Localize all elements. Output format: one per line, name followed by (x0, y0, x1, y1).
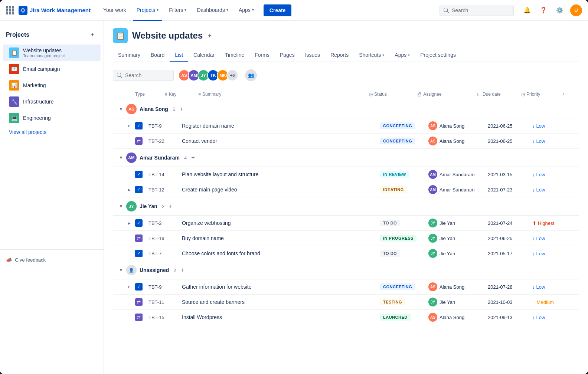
user-avatar[interactable]: U (570, 4, 582, 16)
expand-tbt9b[interactable]: ▾ (128, 285, 135, 289)
task-status-tbt9b[interactable]: CONCEPTING (380, 283, 428, 290)
sidebar-item-engineering[interactable]: 💻 Engineering (3, 110, 101, 126)
view-all-projects-link[interactable]: View all projects (0, 126, 104, 138)
group-collapse-jie[interactable]: ▼ (119, 204, 123, 209)
tab-timeline[interactable]: Timeline (220, 49, 249, 62)
tab-board[interactable]: Board (146, 49, 170, 62)
task-status-tbt15[interactable]: LAUNCHED (380, 314, 428, 321)
task-status-tbt14[interactable]: IN REVIEW (380, 171, 428, 178)
nav-apps[interactable]: Apps ▾ (235, 0, 258, 21)
group-collapse-unassigned[interactable]: ▼ (119, 268, 123, 273)
nav-your-work[interactable]: Your work (99, 0, 130, 21)
group-row-unassigned[interactable]: ▼ 👤 Unassigned 2 + (113, 261, 579, 279)
task-priority-tbt9b[interactable]: ↓ Low (532, 284, 573, 290)
task-summary-tbt11[interactable]: Source and create banners (182, 299, 380, 305)
expand-tbt2[interactable]: ▶ (128, 221, 135, 225)
avatar-filter-more[interactable]: +6 (226, 69, 238, 81)
task-summary-tbt19[interactable]: Buy domain name (182, 235, 380, 241)
task-priority-tbt14[interactable]: ↓ Low (532, 172, 573, 177)
col-header-priority[interactable]: ◷ Priority (521, 92, 562, 97)
tab-calendar[interactable]: Calendar (188, 49, 220, 62)
col-header-status[interactable]: ◎ Status (369, 92, 417, 97)
group-add-alana[interactable]: + (180, 106, 183, 112)
task-priority-tbt11[interactable]: = Medium (532, 299, 573, 305)
task-priority-tbt12[interactable]: ↓ Low (532, 187, 573, 193)
expand-tbt12[interactable]: ▶ (128, 188, 135, 192)
app-switcher-icon[interactable] (6, 6, 14, 14)
add-project-button[interactable]: + (87, 30, 98, 40)
notifications-button[interactable]: 🔔 (521, 4, 533, 16)
task-priority-tbt7[interactable]: ↓ Low (532, 251, 573, 256)
task-checkbox-tbt15[interactable]: ⇄ (135, 314, 143, 321)
tab-list[interactable]: List (170, 49, 188, 62)
group-collapse-alana[interactable]: ▼ (119, 106, 123, 112)
task-summary-tbt15[interactable]: Install Wordpress (182, 314, 380, 320)
task-summary-tbt12[interactable]: Create main page video (182, 187, 380, 193)
nav-filters[interactable]: Filters ▾ (165, 0, 190, 21)
search-bar[interactable] (440, 5, 514, 16)
task-status-tbt12[interactable]: IDEATING (380, 186, 428, 193)
task-summary-tbt22[interactable]: Contact vendor (182, 138, 380, 144)
tab-issues[interactable]: Issues (300, 49, 325, 62)
task-search-bar[interactable] (113, 70, 174, 81)
task-checkbox-tbt14[interactable]: ✓ (135, 171, 143, 178)
search-input[interactable] (452, 7, 504, 13)
task-search-input[interactable] (125, 72, 170, 78)
tab-reports[interactable]: Reports (325, 49, 354, 62)
task-priority-tbt2[interactable]: ⬆ Highest (532, 220, 573, 226)
group-add-jie[interactable]: + (169, 203, 172, 210)
col-header-key[interactable]: # Key (165, 92, 198, 97)
feedback-button[interactable]: 📣 Give feedback (0, 254, 104, 266)
tab-forms[interactable]: Forms (249, 49, 275, 62)
task-priority-tbt19[interactable]: ↓ Low (532, 236, 573, 241)
group-by-button[interactable]: 👥 (245, 69, 257, 81)
sidebar-item-website-updates[interactable]: 📋 Website updates Team-managed project (3, 45, 101, 61)
task-checkbox-tbt22[interactable]: ⇄ (135, 137, 143, 145)
group-row-jie[interactable]: ▼ JY Jie Yan 2 + (113, 197, 579, 216)
tab-summary[interactable]: Summary (113, 49, 146, 62)
task-status-tbt2[interactable]: TO DO (380, 220, 428, 226)
col-header-assignee[interactable]: @ Assignee (417, 92, 477, 97)
tab-shortcuts[interactable]: Shortcuts▾ (354, 49, 389, 62)
group-add-amar[interactable]: + (191, 154, 195, 161)
task-status-tbt22[interactable]: CONCEPTING (380, 138, 428, 144)
group-row-alana[interactable]: ▼ AS Alana Song 5 + (113, 100, 579, 118)
sidebar-item-infrastructure[interactable]: 🔧 Infrastructure (3, 94, 101, 110)
task-priority-tbt22[interactable]: ↓ Low (532, 138, 573, 144)
task-checkbox-tbt12[interactable]: ✓ (135, 186, 143, 193)
star-icon[interactable]: ✦ (207, 32, 212, 39)
task-status-tbt19[interactable]: IN PROGRESS (380, 235, 428, 242)
tab-apps[interactable]: Apps▾ (389, 49, 415, 62)
task-summary-tbt9b[interactable]: Gather information for website (182, 284, 380, 290)
col-header-summary[interactable]: ≡ Summary (198, 92, 369, 97)
task-checkbox-tbt19[interactable]: ⇄ (135, 234, 143, 242)
task-priority-tbt9a[interactable]: ↓ Low (532, 123, 573, 129)
task-summary-tbt14[interactable]: Plan website layout and structure (182, 171, 380, 177)
group-collapse-amar[interactable]: ▼ (119, 155, 123, 160)
task-status-tbt7[interactable]: TO DO (380, 250, 428, 257)
task-summary-tbt7[interactable]: Choose colors and fonts for brand (182, 250, 380, 256)
expand-tbt9a[interactable]: ▾ (128, 124, 135, 128)
settings-button[interactable]: ⚙️ (554, 4, 566, 16)
create-button[interactable]: Create (264, 4, 292, 16)
group-row-amar[interactable]: ▼ AM Amar Sundaram 4 + (113, 149, 579, 167)
task-summary-tbt9a[interactable]: Register domain name (182, 123, 380, 129)
task-checkbox-tbt11[interactable]: ⇄ (135, 298, 143, 306)
task-checkbox-tbt9b[interactable]: ✓ (135, 283, 143, 291)
task-priority-tbt15[interactable]: ↓ Low (532, 315, 573, 320)
nav-dashboards[interactable]: Dashboards ▾ (193, 0, 232, 21)
task-checkbox-tbt7[interactable]: ✓ (135, 250, 143, 257)
task-checkbox-tbt2[interactable]: ✓ (135, 219, 143, 227)
tab-project-settings[interactable]: Project settings (415, 49, 461, 62)
col-header-add[interactable]: + (562, 92, 573, 97)
task-checkbox-tbt9a[interactable]: ✓ (135, 122, 143, 129)
sidebar-item-marketing[interactable]: 📊 Marketing (3, 77, 101, 94)
tab-pages[interactable]: Pages (275, 49, 300, 62)
task-status-tbt9a[interactable]: CONCEPTING (380, 122, 428, 129)
nav-projects[interactable]: Projects ▾ (133, 0, 163, 21)
sidebar-item-email-campaign[interactable]: 📧 Email campaign (3, 61, 101, 77)
task-summary-tbt2[interactable]: Organize webhosting (182, 220, 380, 226)
col-header-duedate[interactable]: 🏷 Due date (477, 92, 521, 97)
task-status-tbt11[interactable]: TESTING (380, 299, 428, 305)
group-add-unassigned[interactable]: + (180, 267, 184, 273)
